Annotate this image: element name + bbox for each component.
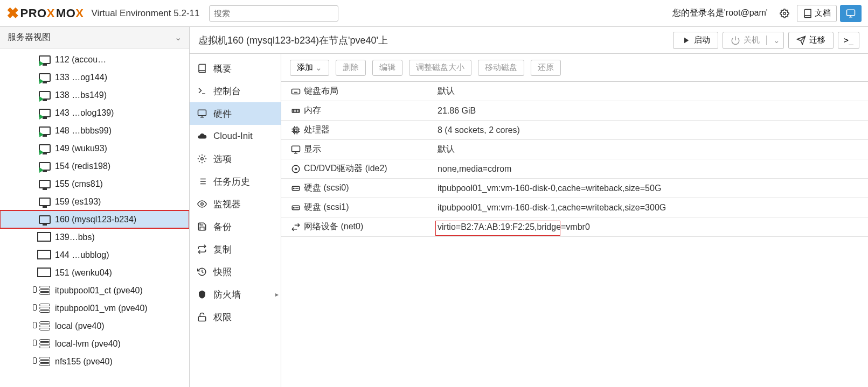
tree-item-148[interactable]: 148 …bbbs99) (0, 122, 189, 139)
view-selector[interactable]: 服务器视图 ⌄ (0, 27, 189, 48)
nav-label: 复制 (213, 243, 232, 256)
play-icon (681, 36, 691, 45)
desktop-button[interactable] (840, 5, 862, 22)
logo: ✖ PROXMOX (6, 4, 85, 22)
storage-icon (39, 321, 50, 330)
eye-icon (197, 199, 207, 209)
hardware-row[interactable]: 网络设备 (net0)virtio=B2:7A:AB:19:F2:25,brid… (281, 217, 868, 237)
search-input[interactable] (209, 5, 338, 22)
tree-item-c151[interactable]: 151 (wenku04) (0, 264, 189, 282)
tree-item-s2[interactable]: itpubpool01_vm (pve40) (0, 299, 189, 317)
tree-item-label: 148 …bbbs99) (55, 126, 112, 136)
tree-item-s5[interactable]: nfs155 (pve40) (0, 353, 189, 370)
tree-item-s3[interactable]: local (pve40) (0, 317, 189, 335)
tree-item-s1[interactable]: itpubpool01_ct (pve40) (0, 282, 189, 299)
storage-icon (39, 339, 50, 348)
tree-item-159[interactable]: 159 (es193) (0, 193, 189, 210)
settings-button[interactable] (775, 5, 794, 22)
nav-perm[interactable]: 权限 (190, 306, 281, 328)
tree-item-label: 155 (cms81) (55, 179, 103, 189)
tree-item-133[interactable]: 133 …og144) (0, 68, 189, 86)
nav-cloudinit[interactable]: Cloud-Init (190, 125, 281, 147)
top-bar: ✖ PROXMOX Virtual Environment 5.2-11 您的登… (0, 0, 868, 27)
tree-item-143[interactable]: 143 …olog139) (0, 104, 189, 122)
retweet-icon (197, 244, 207, 254)
tree-item-s4[interactable]: local-lvm (pve40) (0, 335, 189, 353)
vm-stopped-icon (39, 215, 51, 224)
nav-console[interactable]: 控制台 (190, 80, 281, 102)
hardware-value: 21.86 GiB (438, 106, 868, 116)
tree-item-c139[interactable]: 139…bbs) (0, 228, 189, 246)
hardware-row[interactable]: CD/DVD驱动器 (ide2)none,media=cdrom (281, 159, 868, 179)
tree-item-c144[interactable]: 144 …ubblog) (0, 246, 189, 264)
tree-item-label: 112 (accou… (55, 55, 106, 65)
tree-item-label: 151 (wenku04) (55, 268, 112, 278)
nav-tasks[interactable]: 任务历史 (190, 170, 281, 193)
nav-firewall[interactable]: 防火墙▸ (190, 283, 281, 306)
history-icon (197, 267, 207, 277)
svg-rect-2 (198, 110, 206, 116)
nav-label: 权限 (213, 311, 232, 323)
nav-backup[interactable]: 备份 (190, 215, 281, 238)
monitor-icon (846, 9, 856, 18)
logo-x-icon: ✖ (6, 4, 19, 22)
disc-icon (288, 164, 304, 174)
nav-label: 备份 (213, 221, 232, 233)
tree-item-138[interactable]: 138 …bs149) (0, 86, 189, 104)
vm-running-icon (39, 126, 51, 135)
tree-item-160[interactable]: 160 (mysql123-b234) (0, 210, 189, 228)
docs-label: 文档 (815, 8, 831, 18)
move-disk-button[interactable]: 移动磁盘 (478, 60, 524, 76)
revert-button[interactable]: 还原 (531, 60, 561, 76)
docs-button[interactable]: 文档 (797, 5, 837, 22)
hardware-value: 默认 (438, 86, 868, 97)
unlock-icon (197, 312, 207, 322)
nav-hardware[interactable]: 硬件 (190, 102, 281, 125)
tree-item-label: 149 (wuku93) (55, 144, 107, 153)
migrate-button[interactable]: 迁移 (788, 32, 834, 49)
tree-item-154[interactable]: 154 (redis198) (0, 157, 189, 175)
tree-item-label: 160 (mysql123-b234) (55, 215, 136, 224)
tree-item-label: 154 (redis198) (55, 161, 110, 171)
hardware-row[interactable]: 键盘布局默认 (281, 82, 868, 101)
start-button[interactable]: 启动 (673, 32, 718, 49)
tree-item-149[interactable]: 149 (wuku93) (0, 139, 189, 157)
nav-label: 快照 (213, 266, 232, 278)
nav-summary[interactable]: 概要 (190, 57, 281, 80)
svg-rect-6 (292, 89, 300, 94)
remove-button[interactable]: 删除 (336, 60, 366, 76)
nav-options[interactable]: 选项 (190, 147, 281, 170)
hardware-row[interactable]: 内存21.86 GiB (281, 101, 868, 121)
resize-disk-button[interactable]: 调整磁盘大小 (409, 60, 471, 76)
hardware-row[interactable]: 处理器8 (4 sockets, 2 cores) (281, 121, 868, 140)
hardware-row[interactable]: 显示默认 (281, 140, 868, 159)
list-icon (197, 177, 207, 186)
tree-item-155[interactable]: 155 (cms81) (0, 175, 189, 193)
edit-button[interactable]: 编辑 (372, 60, 402, 76)
memory-icon (288, 106, 304, 116)
svg-point-14 (294, 188, 295, 189)
console-button[interactable]: >_ (838, 32, 859, 49)
nav-snapshots[interactable]: 快照 (190, 261, 281, 283)
nav-replication[interactable]: 复制 (190, 238, 281, 261)
add-button[interactable]: 添加 ⌄ (290, 60, 329, 76)
logo-x-icon: X (47, 6, 55, 20)
shutdown-button[interactable]: 关机 ⌄ (723, 32, 784, 49)
version-label: Virtual Environment 5.2-11 (92, 8, 200, 19)
svg-point-12 (295, 168, 297, 170)
nav-label: 硬件 (213, 108, 232, 120)
tree-item-label: 143 …olog139) (55, 108, 114, 118)
svg-point-3 (201, 158, 204, 160)
monitor-icon (197, 109, 207, 118)
hardware-row[interactable]: 硬盘 (scsi0)itpubpool01_vm:vm-160-disk-0,c… (281, 179, 868, 198)
tree-item-label: 159 (es193) (55, 197, 101, 207)
tree-item-112[interactable]: 112 (accou… (0, 51, 189, 68)
hardware-row[interactable]: 硬盘 (scsi1)itpubpool01_vm:vm-160-disk-1,c… (281, 198, 868, 217)
svg-point-11 (292, 165, 300, 173)
svg-rect-5 (198, 316, 206, 321)
hdd-icon (288, 184, 304, 193)
tree-item-label: 144 …ubblog) (55, 250, 109, 260)
hdd-icon (288, 203, 304, 213)
svg-rect-10 (292, 146, 300, 152)
nav-monitor[interactable]: 监视器 (190, 193, 281, 215)
